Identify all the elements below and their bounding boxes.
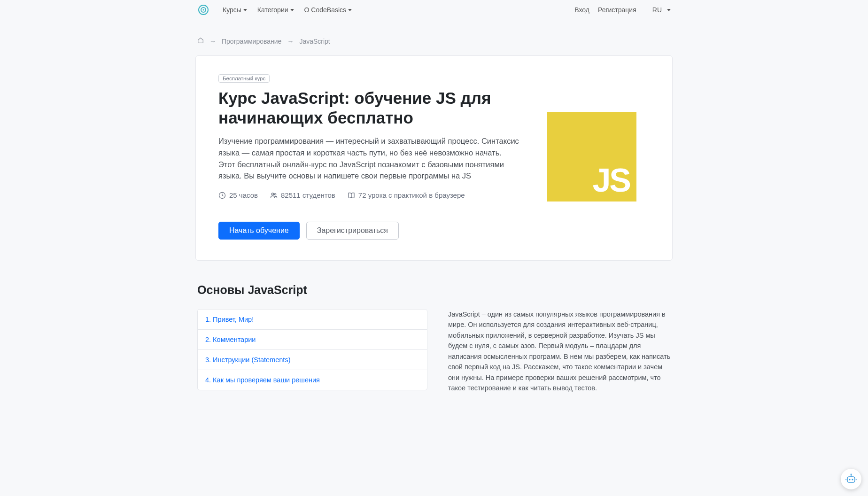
lesson-item[interactable]: 2. Комментарии xyxy=(198,330,427,350)
nav-register[interactable]: Регистрация xyxy=(598,6,636,14)
people-icon xyxy=(270,192,278,199)
nav-about[interactable]: О CodeBasics xyxy=(304,6,352,14)
home-icon xyxy=(197,37,204,44)
svg-point-2 xyxy=(203,9,204,11)
chevron-down-icon xyxy=(243,9,247,11)
lesson-item[interactable]: 4. Как мы проверяем ваши решения xyxy=(198,370,427,390)
breadcrumb-programming[interactable]: Программирование xyxy=(222,38,281,45)
register-button[interactable]: Зарегистрироваться xyxy=(306,222,399,240)
logo[interactable] xyxy=(197,4,209,16)
nav-categories[interactable]: Категории xyxy=(257,6,294,14)
course-description: Изучение программирования — интересный и… xyxy=(218,135,519,182)
page-title: Курс JavaScript: обучение JS для начинаю… xyxy=(218,88,519,128)
breadcrumb-current: JavaScript xyxy=(299,38,330,45)
hero-card: Бесплатный курс Курс JavaScript: обучени… xyxy=(195,55,673,261)
section-title: Основы JavaScript xyxy=(195,283,673,297)
chevron-down-icon xyxy=(348,9,352,11)
svg-point-4 xyxy=(271,193,273,194)
breadcrumb: → Программирование → JavaScript xyxy=(195,24,673,55)
clock-icon xyxy=(218,192,226,199)
svg-point-5 xyxy=(274,193,276,195)
breadcrumb-home[interactable] xyxy=(197,37,204,45)
arrow-icon: → xyxy=(209,38,216,45)
nav-courses[interactable]: Курсы xyxy=(223,6,247,14)
lesson-list: 1. Привет, Мир! 2. Комментарии 3. Инстру… xyxy=(197,309,427,390)
js-logo: JS xyxy=(547,112,636,202)
nav-language[interactable]: RU xyxy=(652,6,671,14)
meta-students: 82511 студентов xyxy=(270,191,335,199)
lesson-item[interactable]: 1. Привет, Мир! xyxy=(198,310,427,330)
meta-lessons: 72 урока с практикой в браузере xyxy=(348,191,465,199)
divider xyxy=(195,20,673,20)
chevron-down-icon xyxy=(667,9,671,11)
nav-login[interactable]: Вход xyxy=(574,6,589,14)
meta-hours: 25 часов xyxy=(218,191,258,199)
start-learning-button[interactable]: Начать обучение xyxy=(218,222,300,240)
book-icon xyxy=(348,192,355,199)
lesson-item[interactable]: 3. Инструкции (Statements) xyxy=(198,350,427,370)
module-description: JavaScript – один из самых популярных яз… xyxy=(448,309,671,394)
free-badge: Бесплатный курс xyxy=(218,74,270,83)
chevron-down-icon xyxy=(290,9,294,11)
arrow-icon: → xyxy=(287,38,294,45)
